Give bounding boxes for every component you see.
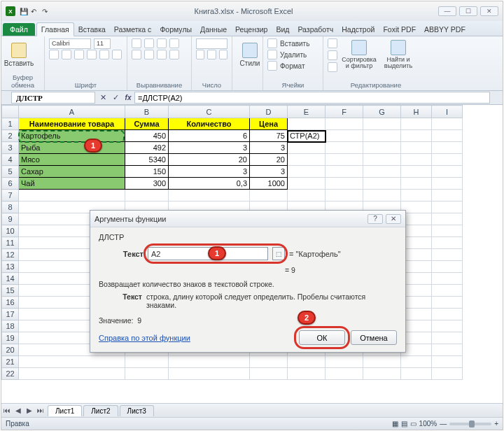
cell[interactable] <box>288 154 326 166</box>
cell[interactable] <box>401 166 432 178</box>
cell[interactable]: Цена <box>250 118 288 130</box>
file-tab[interactable]: Файл <box>3 23 35 36</box>
cell[interactable] <box>432 142 463 154</box>
zoom-level[interactable]: 100% <box>419 420 438 428</box>
cell[interactable]: 3 <box>169 166 250 178</box>
dialog-titlebar[interactable]: Аргументы функции ? ✕ <box>90 211 405 227</box>
sheet-nav-prev[interactable]: ◀ <box>13 407 24 414</box>
cell[interactable]: 3 <box>250 166 288 178</box>
col-header-h[interactable]: H <box>401 106 432 118</box>
col-header-b[interactable]: B <box>125 106 169 118</box>
bold-button[interactable] <box>49 50 59 59</box>
insert-cells-button[interactable] <box>267 38 277 48</box>
cell[interactable] <box>363 178 401 190</box>
row-header[interactable]: 14 <box>2 273 19 285</box>
row-header[interactable]: 6 <box>2 178 19 190</box>
border-button[interactable] <box>87 50 97 59</box>
align-middle-button[interactable] <box>144 38 154 48</box>
zoom-slider[interactable] <box>449 423 491 425</box>
cell[interactable]: 3 <box>250 142 288 154</box>
styles-button[interactable]: Стили <box>237 38 263 71</box>
cell[interactable] <box>326 154 363 166</box>
cell[interactable] <box>363 118 401 130</box>
row-header[interactable]: 18 <box>2 320 19 332</box>
sort-filter-button[interactable]: Сортировка и фильтр <box>342 38 377 71</box>
ok-button[interactable]: ОК <box>299 330 345 345</box>
dialog-close-button[interactable]: ✕ <box>386 214 401 224</box>
cell[interactable]: Наименование товара <box>19 118 125 130</box>
align-right-button[interactable] <box>157 50 167 59</box>
minimize-button[interactable]: — <box>438 6 456 16</box>
cell[interactable] <box>326 142 363 154</box>
range-picker-button[interactable]: ⬚ <box>272 247 285 260</box>
cell[interactable]: 450 <box>125 130 169 142</box>
merge-button[interactable] <box>169 50 179 59</box>
close-button[interactable]: ✕ <box>480 6 498 16</box>
cell[interactable] <box>326 118 363 130</box>
cell[interactable]: 20 <box>169 154 250 166</box>
row-header[interactable]: 4 <box>2 154 19 166</box>
cell[interactable]: 6 <box>169 130 250 142</box>
tab-formulas[interactable]: Формулы <box>155 23 196 36</box>
cell[interactable]: Сумма <box>125 118 169 130</box>
zoom-out-button[interactable]: — <box>440 420 447 428</box>
cell[interactable] <box>363 154 401 166</box>
sheet-nav-last[interactable]: ⏭ <box>35 407 46 414</box>
currency-button[interactable] <box>196 50 204 59</box>
view-break-icon[interactable]: ▭ <box>410 420 416 428</box>
tab-view[interactable]: Вид <box>272 23 293 36</box>
cell[interactable] <box>432 154 463 166</box>
fill-button[interactable] <box>328 50 337 60</box>
cell[interactable] <box>432 178 463 190</box>
tab-abbyy[interactable]: ABBYY PDF <box>420 23 470 36</box>
cell[interactable]: 5340 <box>125 154 169 166</box>
comma-button[interactable] <box>219 50 227 59</box>
row-header[interactable]: 21 <box>2 356 19 368</box>
col-header-a[interactable]: A <box>19 106 125 118</box>
sheet-nav-next[interactable]: ▶ <box>24 407 35 414</box>
tab-foxit[interactable]: Foxit PDF <box>379 23 420 36</box>
tab-data[interactable]: Данные <box>196 23 231 36</box>
sheet-tab-2[interactable]: Лист2 <box>83 405 118 416</box>
cell[interactable] <box>432 118 463 130</box>
align-left-button[interactable] <box>132 50 141 59</box>
align-bottom-button[interactable] <box>157 38 167 48</box>
row-header[interactable]: 13 <box>2 261 19 273</box>
cell[interactable] <box>363 166 401 178</box>
tab-pagelayout[interactable]: Разметка с <box>110 23 156 36</box>
row-header[interactable]: 7 <box>2 190 19 202</box>
formula-input[interactable]: =ДЛСТР(A2) <box>134 92 490 104</box>
tab-developer[interactable]: Разработч <box>293 23 337 36</box>
row-header[interactable]: 2 <box>2 130 19 142</box>
cell[interactable]: Картофель <box>19 130 125 142</box>
cell[interactable] <box>326 178 363 190</box>
col-header-g[interactable]: G <box>363 106 401 118</box>
cell[interactable]: 492 <box>125 142 169 154</box>
cell[interactable] <box>326 130 363 142</box>
tab-review[interactable]: Рецензир <box>231 23 272 36</box>
align-top-button[interactable] <box>132 38 141 48</box>
row-header[interactable]: 9 <box>2 213 19 225</box>
cell[interactable]: 0,3 <box>169 178 250 190</box>
row-header[interactable]: 17 <box>2 309 19 320</box>
cell[interactable]: 75 <box>250 130 288 142</box>
cell[interactable]: Количество <box>169 118 250 130</box>
cell[interactable] <box>288 142 326 154</box>
cell[interactable] <box>432 130 463 142</box>
italic-button[interactable] <box>62 50 71 59</box>
fill-color-button[interactable] <box>99 50 109 59</box>
undo-icon[interactable]: ↶ <box>31 8 38 15</box>
cell[interactable] <box>401 178 432 190</box>
underline-button[interactable] <box>74 50 84 59</box>
paste-button[interactable]: Вставить <box>6 38 32 71</box>
col-header-d[interactable]: D <box>250 106 288 118</box>
select-all-button[interactable] <box>2 106 19 118</box>
row-header[interactable]: 19 <box>2 332 19 344</box>
zoom-in-button[interactable]: + <box>494 420 498 428</box>
delete-cells-button[interactable] <box>267 50 277 59</box>
autosum-button[interactable] <box>328 38 337 48</box>
row-header[interactable]: 3 <box>2 142 19 154</box>
align-center-button[interactable] <box>144 50 154 59</box>
dialog-help-button[interactable]: ? <box>368 214 383 224</box>
tab-insert[interactable]: Вставка <box>74 23 110 36</box>
